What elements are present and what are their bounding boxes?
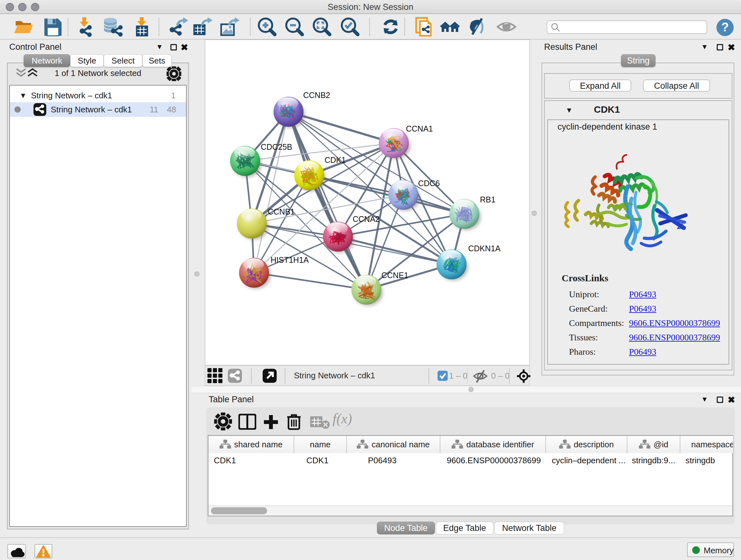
svg-text:RB1: RB1 xyxy=(480,195,495,204)
svg-text:CDC25B: CDC25B xyxy=(261,142,292,151)
svg-text:CCNA2: CCNA2 xyxy=(353,214,380,224)
svg-text:CDC6: CDC6 xyxy=(418,179,440,188)
svg-text:CCNB2: CCNB2 xyxy=(303,91,330,100)
svg-text:CCNB1: CCNB1 xyxy=(268,207,295,216)
svg-text:HIST1H1A: HIST1H1A xyxy=(271,255,309,264)
svg-text:?: ? xyxy=(721,20,729,34)
svg-text:CDKN1A: CDKN1A xyxy=(468,244,501,253)
svg-text:CCNA1: CCNA1 xyxy=(406,124,433,133)
svg-text:CDK1: CDK1 xyxy=(325,155,346,165)
svg-text:CCNE1: CCNE1 xyxy=(381,271,408,280)
